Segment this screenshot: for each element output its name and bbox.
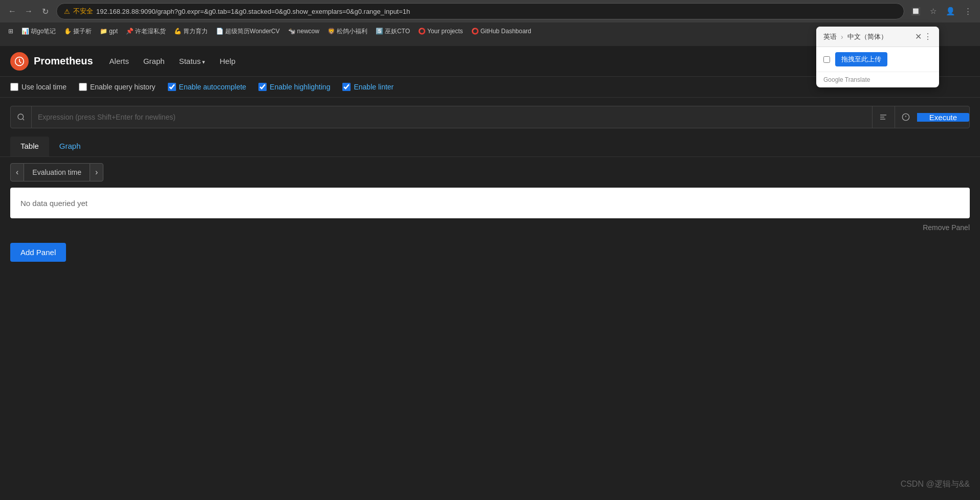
search-bar: Execute [10,106,970,128]
add-panel-button[interactable]: Add Panel [10,243,66,262]
enable-highlighting-option[interactable]: Enable highlighting [258,83,330,91]
gpt-icon: 📁 [100,28,107,35]
tab-table[interactable]: Table [10,137,49,156]
bookmark-github-dashboard[interactable]: ⭕ GitHub Dashboard [468,27,534,36]
url-text: 192.168.28.88:9090/graph?g0.expr=&g0.tab… [96,8,410,15]
brand-name: Prometheus [34,55,93,67]
nav-buttons: ← → ↻ [5,4,52,18]
navbar-links: Alerts Graph Status Help [103,53,242,70]
app-container: Prometheus Alerts Graph Status Help Use … [0,46,980,500]
remove-panel-container: Remove Panel [0,218,980,237]
format-button[interactable] [872,106,895,128]
data-panel: No data queried yet [10,188,970,218]
back-button[interactable]: ← [5,4,19,18]
translate-lang2: 中文（简体） [847,32,887,41]
weil-icon: 💪 [174,28,182,35]
wondercv-icon: 📄 [216,28,224,35]
nav-help[interactable]: Help [213,53,242,70]
bookmark-gpt[interactable]: 📁 gpt [97,27,121,36]
hgo-icon: 📊 [21,28,29,35]
wuyao-icon: 5️⃣ [376,28,383,35]
enable-linter-label: Enable linter [354,83,394,91]
enable-autocomplete-label: Enable autocomplete [179,83,247,91]
nav-alerts[interactable]: Alerts [103,53,135,70]
use-local-time-checkbox[interactable] [10,83,18,91]
newcow-icon: 🐄 [288,28,296,35]
translate-header: 英语 › 中文（简体） ✕ ⋮ [816,27,939,47]
translate-popup: 英语 › 中文（简体） ✕ ⋮ 拖拽至此上传 Google Translate [816,27,939,87]
enable-highlighting-checkbox[interactable] [258,83,267,91]
tabs-container: Table Graph [0,137,980,157]
address-bar[interactable]: ⚠ 不安全 192.168.28.88:9090/graph?g0.expr=&… [56,3,904,19]
expression-input[interactable] [32,106,872,128]
bookmark-shezi[interactable]: ✋ 摄子析 [61,26,95,37]
add-panel-container: Add Panel [0,237,980,268]
translate-body: 拖拽至此上传 [816,47,939,72]
songge-icon: 🦁 [328,28,335,35]
translate-close-button[interactable]: ✕ [915,32,922,41]
brand-logo [10,52,29,71]
svg-point-1 [18,114,24,120]
enable-autocomplete-checkbox[interactable] [168,83,176,91]
svg-line-2 [23,119,24,120]
profile-button[interactable]: 👤 [943,4,957,18]
bookmark-wondercv[interactable]: 📄 超级简历WonderCV [213,26,282,37]
csdn-watermark: CSDN @逻辑与&& [901,479,970,490]
tab-graph[interactable]: Graph [49,137,91,156]
github-icon-1: ⭕ [418,28,426,35]
enable-query-history-label: Enable query history [90,83,156,91]
browser-toolbar: ← → ↻ ⚠ 不安全 192.168.28.88:9090/graph?g0.… [0,0,980,22]
translate-menu-button[interactable]: ⋮ [924,32,932,41]
security-warning-icon: ⚠ [64,8,70,15]
star-button[interactable]: ☆ [926,4,940,18]
eval-time-prev-button[interactable]: ‹ [10,163,24,181]
shezi-icon: ✋ [64,28,72,35]
translate-checkbox[interactable] [823,56,830,63]
security-label: 不安全 [73,7,93,16]
search-actions: Execute [872,106,969,128]
use-local-time-label: Use local time [21,83,67,91]
translate-footer: Google Translate [816,72,939,87]
enable-autocomplete-option[interactable]: Enable autocomplete [168,83,247,91]
apps-icon: ⊞ [8,28,13,35]
table-controls: ‹ Evaluation time › [0,157,980,188]
refresh-button[interactable]: ↻ [38,4,52,18]
enable-linter-option[interactable]: Enable linter [342,83,394,91]
enable-linter-checkbox[interactable] [342,83,351,91]
bookmark-apps[interactable]: ⊞ [5,27,16,36]
enable-query-history-option[interactable]: Enable query history [79,83,156,91]
bookmark-wuyao[interactable]: 5️⃣ 巫妖CTO [373,26,413,37]
xulao-icon: 📌 [126,28,134,35]
execute-button[interactable]: Execute [917,113,969,122]
bookmark-newcow[interactable]: 🐄 newcow [285,27,322,36]
bookmark-hgo[interactable]: 📊 胡go笔记 [18,26,59,37]
brand: Prometheus [10,52,93,71]
enable-highlighting-label: Enable highlighting [270,83,330,91]
bookmark-songge[interactable]: 🦁 松鸽小福利 [324,26,371,37]
github-icon-2: ⭕ [471,28,479,35]
metrics-button[interactable] [895,106,917,128]
bookmark-yourprojects[interactable]: ⭕ Your projects [415,27,466,36]
browser-actions: 🔲 ☆ 👤 ⋮ [908,4,975,18]
eval-time-next-button[interactable]: › [90,163,103,181]
translate-lang1: 英语 [823,32,837,41]
forward-button[interactable]: → [21,4,36,18]
nav-status[interactable]: Status [173,53,212,70]
enable-query-history-checkbox[interactable] [79,83,87,91]
remove-panel-link[interactable]: Remove Panel [923,223,970,232]
search-icon-button[interactable] [11,106,32,128]
bookmark-weil[interactable]: 💪 胃力育力 [171,26,211,37]
no-data-text: No data queried yet [20,199,88,208]
bookmark-xulao[interactable]: 📌 许老湿私货 [123,26,169,37]
extension-button[interactable]: 🔲 [908,4,923,18]
translate-upload-button[interactable]: 拖拽至此上传 [835,52,887,66]
nav-graph[interactable]: Graph [137,53,171,70]
menu-button[interactable]: ⋮ [961,4,975,18]
eval-time-label: Evaluation time [24,163,90,181]
use-local-time-option[interactable]: Use local time [10,83,67,91]
